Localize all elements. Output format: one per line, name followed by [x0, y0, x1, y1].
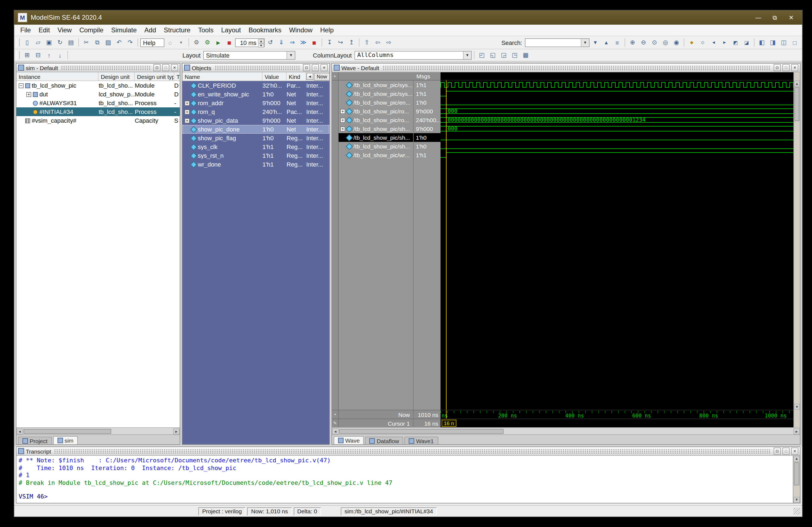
- scrollbar-thumb[interactable]: [24, 429, 111, 434]
- time-mode-prev-icon[interactable]: ◄: [306, 73, 314, 80]
- prev-falling-edge-icon[interactable]: ◩: [730, 37, 741, 48]
- wave-signal-row[interactable]: /tb_lcd_show_pic/sh... 9'h000: [338, 125, 440, 133]
- transcript-vertical-scrollbar[interactable]: ▲ ▼: [793, 456, 800, 503]
- reload-icon[interactable]: ↻: [55, 37, 65, 48]
- window-tile-v-icon[interactable]: ◲: [498, 50, 509, 60]
- zoom-full-icon[interactable]: ⊙: [649, 37, 660, 48]
- expander-icon[interactable]: [340, 83, 345, 87]
- window-cascade-icon[interactable]: ◰: [477, 50, 487, 60]
- environment-up-icon[interactable]: ⇧: [362, 37, 372, 48]
- tab-wave1[interactable]: Wave1: [405, 437, 438, 444]
- expander-icon[interactable]: [19, 83, 24, 88]
- panel-zoom-icon[interactable]: □: [782, 64, 789, 71]
- scroll-up-icon[interactable]: ▲: [794, 80, 800, 87]
- now-mode-box[interactable]: Now: [314, 73, 329, 80]
- objects-row[interactable]: show_pic_data 9'h000 Net Inter...: [183, 116, 329, 125]
- run-icon[interactable]: ⇓: [276, 37, 287, 48]
- expander-icon[interactable]: [185, 153, 190, 158]
- window-tile-h-icon[interactable]: ◱: [488, 50, 498, 60]
- panel-undock-icon[interactable]: ⊡: [303, 64, 310, 71]
- rest-icon[interactable]: ↺: [265, 37, 276, 48]
- expander-icon[interactable]: [26, 92, 31, 97]
- menu-item[interactable]: Tools: [194, 26, 217, 34]
- menu-item[interactable]: Bookmarks: [245, 26, 285, 34]
- compile-all-icon[interactable]: ⚙: [202, 37, 213, 48]
- menu-item[interactable]: Help: [316, 26, 337, 34]
- expander-icon[interactable]: [340, 109, 345, 114]
- layout-dropdown-icon[interactable]: ▼: [287, 51, 295, 59]
- pane-max-icon[interactable]: □: [789, 37, 800, 48]
- compile-icon[interactable]: ⚙: [191, 37, 202, 48]
- scroll-left-icon[interactable]: ◄: [16, 428, 23, 434]
- expander-icon[interactable]: [340, 126, 345, 131]
- objects-row[interactable]: CLK_PERIOD 32'h0... Par... Inter...: [183, 81, 329, 90]
- menu-item[interactable]: View: [54, 26, 76, 34]
- environment-back-icon[interactable]: ⇦: [373, 37, 383, 48]
- menu-item[interactable]: Edit: [35, 26, 54, 34]
- tree-row[interactable]: tb_lcd_show_pic tb_lcd_sho... Module D: [16, 81, 180, 90]
- redo-icon[interactable]: ↷: [125, 37, 135, 48]
- expander-icon[interactable]: [340, 100, 345, 105]
- columnlayout-select[interactable]: AllColumns ▼: [354, 51, 472, 59]
- collapse-all-icon[interactable]: ⊟: [33, 50, 43, 60]
- panel-zoom-icon[interactable]: □: [782, 448, 789, 455]
- wave-signal-row[interactable]: /tb_lcd_show_pic/sh... 1'h0: [338, 142, 440, 151]
- search-input[interactable]: ▼: [525, 38, 590, 47]
- expand-all-icon[interactable]: ⊞: [22, 50, 32, 60]
- waveform-area[interactable]: 000 000000000000000000000000000000000000…: [440, 80, 793, 410]
- continue-run-icon[interactable]: ⇒: [287, 37, 298, 48]
- tab-dataflow[interactable]: Dataflow: [365, 437, 404, 444]
- break-icon[interactable]: ◼: [224, 37, 234, 48]
- msgs-column-header[interactable]: Msgs: [417, 73, 430, 79]
- panel-zoom-icon[interactable]: □: [312, 64, 319, 71]
- wave-cursor-row[interactable]: Cursor 1 16 ns: [338, 419, 440, 427]
- search-next-icon[interactable]: ▾: [590, 37, 600, 48]
- environment-forward-icon[interactable]: ⇨: [383, 37, 394, 48]
- window-grid-icon[interactable]: ▦: [521, 50, 531, 60]
- zoom-range-icon[interactable]: ◉: [671, 37, 682, 48]
- search-prev-icon[interactable]: ▴: [601, 37, 611, 48]
- print-icon[interactable]: ▤: [66, 37, 76, 48]
- panel-undock-icon[interactable]: ⊡: [774, 64, 781, 71]
- scroll-up-icon[interactable]: ▲: [793, 456, 800, 462]
- help-field[interactable]: Help: [140, 38, 164, 47]
- sim-horizontal-scrollbar[interactable]: ◄ ►: [16, 427, 180, 435]
- expander-icon[interactable]: [340, 117, 345, 122]
- filter-icon[interactable]: ▼: [176, 37, 186, 48]
- window-restore-icon[interactable]: ◳: [510, 50, 520, 60]
- wave-signal-row[interactable]: /tb_lcd_show_pic/sys... 1'h1: [338, 80, 440, 89]
- panel-close-icon[interactable]: ✕: [320, 64, 328, 71]
- next-transition-icon[interactable]: ►: [720, 37, 730, 48]
- objects-row[interactable]: wr_done 1'h1 Reg... Inter...: [183, 160, 329, 169]
- wave-cursor[interactable]: [446, 410, 447, 419]
- tab-project[interactable]: Project: [18, 437, 52, 444]
- scrollbar-thumb[interactable]: [339, 429, 504, 434]
- zoom-in-icon[interactable]: ⊕: [627, 37, 638, 48]
- cursor-position-box[interactable]: 16 n: [441, 420, 456, 427]
- search-options-icon[interactable]: ≡: [612, 37, 622, 48]
- undo-icon[interactable]: ↶: [114, 37, 125, 48]
- scroll-down-icon[interactable]: ▼: [793, 497, 800, 503]
- objects-row[interactable]: show_pic_flag 1'h0 Reg... Inter...: [183, 134, 329, 143]
- next-rising-edge-icon[interactable]: ◪: [741, 37, 752, 48]
- step-into-icon[interactable]: ↧: [324, 37, 335, 48]
- wave-signal-row[interactable]: /tb_lcd_show_pic/sys... 1'h1: [338, 89, 440, 98]
- objects-row[interactable]: sys_rst_n 1'h1 Reg... Inter...: [183, 151, 329, 160]
- scrollbar-thumb[interactable]: [795, 87, 799, 121]
- panel-zoom-icon[interactable]: □: [162, 64, 169, 71]
- objects-row[interactable]: sys_clk 1'h1 Reg... Inter...: [183, 143, 329, 151]
- panel-close-icon[interactable]: ✕: [171, 64, 178, 71]
- menu-item[interactable]: Structure: [160, 26, 194, 34]
- transcript-body[interactable]: # ** Note: $finish : C:/Users/Microsoft/…: [16, 456, 800, 503]
- expander-icon[interactable]: [26, 101, 31, 105]
- tree-row[interactable]: #INITIAL#34 tb_lcd_sho... Process -: [16, 107, 180, 116]
- scroll-left-icon[interactable]: ◄: [332, 428, 338, 434]
- wave-vertical-scrollbar[interactable]: ▲ ▼: [793, 80, 800, 410]
- panel-drag-handle[interactable]: [55, 449, 770, 453]
- panel-undock-icon[interactable]: ⊡: [154, 64, 161, 71]
- resize-grip[interactable]: [793, 508, 800, 515]
- pane-right-icon[interactable]: ◨: [768, 37, 778, 48]
- menu-item[interactable]: Window: [285, 26, 316, 34]
- column-header-value[interactable]: Value: [262, 72, 287, 80]
- close-button[interactable]: ✕: [783, 12, 799, 23]
